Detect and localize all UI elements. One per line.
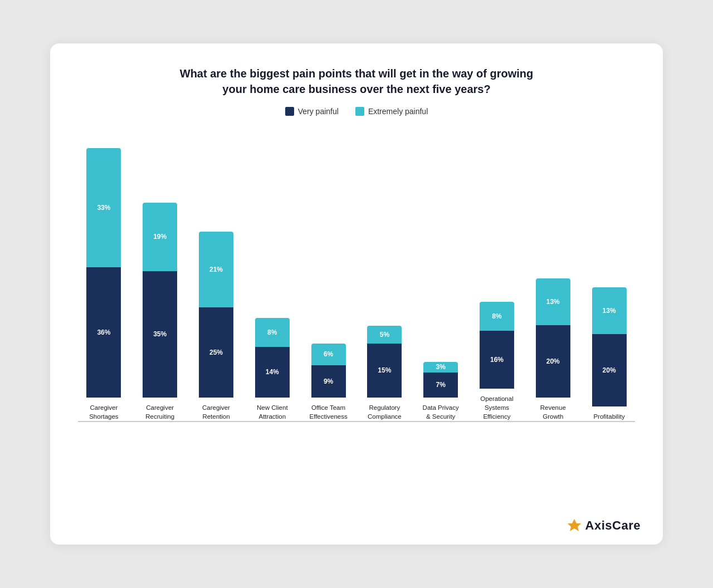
legend-extremely-painful: Extremely painful [355,107,428,116]
brand-icon [567,518,582,533]
bar-stack: 33%36% [86,148,121,398]
bar-group: 19%35%CaregiverRecruiting [134,203,186,421]
chart-legend: Very painful Extremely painful [78,107,635,116]
extremely-painful-segment: 8% [480,302,514,331]
bar-group: 21%25%CaregiverRetention [191,232,242,421]
bar-group: 33%36%CaregiverShortages [78,148,130,421]
very-painful-segment: 25% [199,307,233,398]
extremely-painful-label: Extremely painful [368,107,428,116]
bar-label: Office TeamEffectiveness [309,403,347,421]
bar-label: CaregiverRecruiting [145,403,174,421]
legend-very-painful: Very painful [285,107,339,116]
extremely-painful-segment: 3% [423,362,458,373]
very-painful-segment: 20% [592,334,627,406]
bar-stack: 21%25% [199,232,233,398]
brand-text: AxisCare [585,518,641,533]
extremely-painful-segment: 13% [592,287,627,334]
brand-logo: AxisCare [567,518,641,533]
very-painful-segment: 35% [143,271,177,398]
very-painful-segment: 36% [86,267,121,398]
bar-group: 3%7%Data Privacy& Security [415,362,467,421]
very-painful-segment: 7% [423,373,458,398]
extremely-painful-segment: 13% [536,278,570,325]
bar-group: 8%16%OperationalSystemsEfficiency [471,302,523,421]
extremely-painful-segment: 8% [255,318,290,347]
bar-stack: 8%14% [255,318,290,398]
bar-stack: 3%7% [423,362,458,398]
chart-area: 33%36%CaregiverShortages19%35%CaregiverR… [78,133,635,422]
bar-group: 5%15%RegulatoryCompliance [359,326,411,421]
very-painful-segment: 14% [255,347,290,398]
bar-label: New ClientAttraction [257,403,288,421]
bar-stack: 13%20% [536,278,570,398]
chart-card: What are the biggest pain points that wi… [50,43,663,545]
svg-marker-0 [568,519,581,531]
bar-group: 13%20%Profitability [583,287,635,421]
very-painful-label: Very painful [298,107,339,116]
bar-label: Data Privacy& Security [423,403,459,421]
very-painful-segment: 9% [311,365,346,398]
bar-label: CaregiverRetention [202,403,230,421]
very-painful-color-box [285,107,294,116]
bar-label: RegulatoryCompliance [368,403,402,421]
bar-label: OperationalSystemsEfficiency [480,394,513,421]
bar-stack: 19%35% [143,203,177,398]
extremely-painful-segment: 19% [143,203,177,271]
bar-stack: 8%16% [480,302,514,389]
extremely-painful-segment: 6% [311,344,346,365]
extremely-painful-color-box [355,107,364,116]
bar-label: Profitability [593,412,624,421]
extremely-painful-segment: 33% [86,148,121,267]
extremely-painful-segment: 21% [199,232,233,307]
bar-stack: 6%9% [311,344,346,398]
bar-group: 8%14%New ClientAttraction [246,318,298,421]
very-painful-segment: 16% [480,331,514,389]
chart-bars: 33%36%CaregiverShortages19%35%CaregiverR… [78,133,635,422]
bar-stack: 13%20% [592,287,627,406]
extremely-painful-segment: 5% [367,326,402,344]
bar-label: CaregiverShortages [89,403,118,421]
bar-stack: 5%15% [367,326,402,398]
chart-title: What are the biggest pain points that wi… [78,66,635,97]
bar-label: RevenueGrowth [540,403,566,421]
very-painful-segment: 20% [536,325,570,398]
bar-group: 6%9%Office TeamEffectiveness [302,344,354,421]
bar-group: 13%20%RevenueGrowth [527,278,579,421]
very-painful-segment: 15% [367,344,402,398]
